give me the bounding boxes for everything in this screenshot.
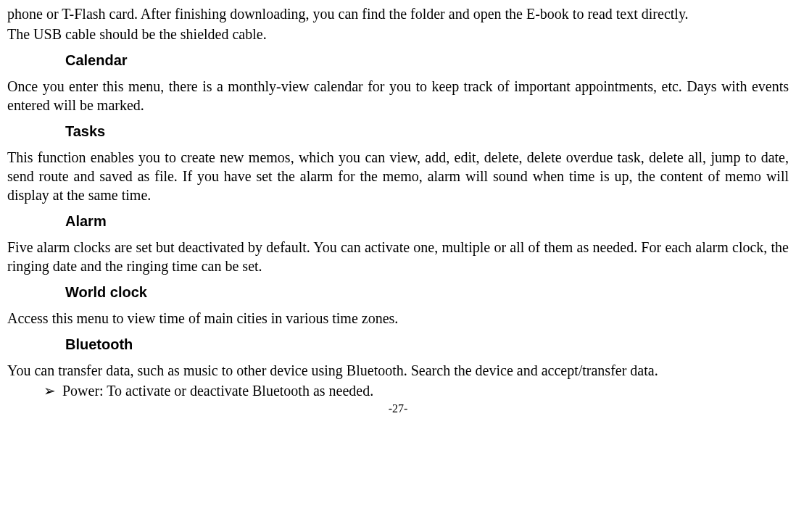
alarm-body: Five alarm clocks are set but deactivate… — [7, 238, 789, 275]
bluetooth-bullet-text: Power: To activate or deactivate Bluetoo… — [62, 383, 373, 399]
heading-bluetooth: Bluetooth — [65, 335, 789, 354]
intro-paragraph-1: phone or T-Flash card. After finishing d… — [7, 4, 789, 23]
heading-calendar: Calendar — [65, 51, 789, 70]
tasks-body: This function enables you to create new … — [7, 148, 789, 204]
page-number: -27- — [7, 402, 789, 417]
bluetooth-body: You can transfer data, such as music to … — [7, 361, 789, 380]
heading-tasks: Tasks — [65, 122, 789, 141]
world-clock-body: Access this menu to view time of main ci… — [7, 309, 789, 328]
triangle-bullet-icon: ➢ — [43, 381, 56, 400]
calendar-body: Once you enter this menu, there is a mon… — [7, 77, 789, 115]
intro-paragraph-2: The USB cable should be the shielded cab… — [7, 25, 789, 43]
heading-alarm: Alarm — [65, 212, 789, 230]
bluetooth-bullet-power: ➢ Power: To activate or deactivate Bluet… — [43, 381, 789, 400]
heading-world-clock: World clock — [65, 283, 789, 302]
